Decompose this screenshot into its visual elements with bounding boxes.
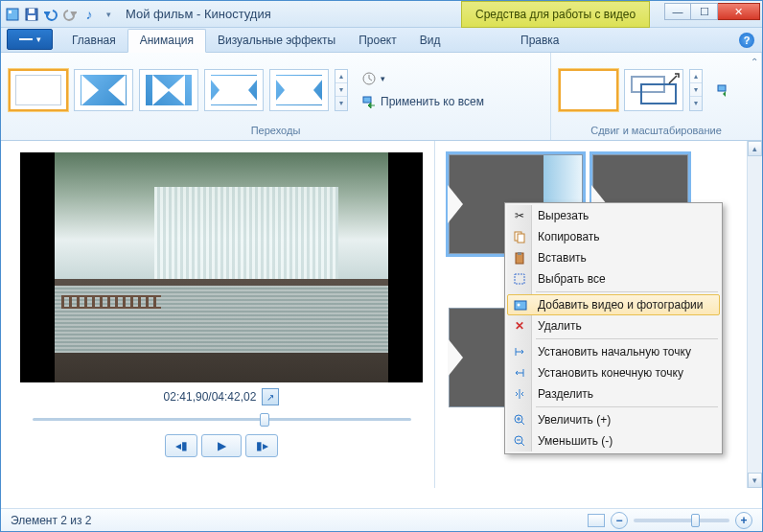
apply-to-all-button[interactable]: Применить ко всем (358, 92, 488, 111)
delete-icon: ✕ (512, 318, 527, 334)
ctx-delete[interactable]: ✕ Удалить (507, 315, 720, 336)
prev-frame-button[interactable]: ◂▮ (165, 434, 197, 457)
tab-view[interactable]: Вид (408, 30, 452, 52)
transitions-group: ▴▾▾ ▾ Применить ко всем Переходы (1, 53, 551, 140)
file-menu-button[interactable]: ▾ (7, 29, 53, 50)
transitions-group-label: Переходы (9, 123, 543, 138)
panzoom-gallery-scroll[interactable]: ▴▾▾ (689, 69, 703, 111)
app-icon (5, 7, 20, 22)
save-icon[interactable] (24, 7, 39, 22)
ctx-cut[interactable]: ✂ Вырезать (507, 205, 720, 226)
tab-effects[interactable]: Визуальные эффекты (206, 30, 347, 52)
ctx-zoom-out[interactable]: Уменьшить (-) (507, 430, 720, 451)
select-all-icon (512, 271, 527, 287)
set-start-icon (512, 344, 527, 359)
apply-to-all-label: Применить ко всем (381, 95, 484, 108)
context-menu: ✂ Вырезать Копировать Вставить Выбрать в… (504, 202, 723, 454)
tab-edit[interactable]: Правка (509, 30, 571, 52)
tab-animation[interactable]: Анимация (127, 29, 206, 53)
svg-rect-4 (28, 15, 35, 20)
transition-none[interactable] (9, 69, 68, 111)
transitions-gallery-scroll[interactable]: ▴▾▾ (335, 69, 348, 111)
clock-icon (361, 71, 377, 86)
transition-cross2[interactable] (269, 69, 329, 111)
ribbon: ⌃ ▴▾▾ ▾ Применить ко всем Переходы (1, 53, 762, 141)
title-bar: ♪ ▾ Мой фильм - Киностудия Средства для … (1, 1, 762, 28)
apply-all-icon (716, 82, 731, 98)
set-end-icon (512, 365, 527, 381)
zoom-in-button[interactable]: + (735, 512, 752, 529)
panzoom-group-label: Сдвиг и масштабирование (559, 123, 753, 138)
view-mode-button[interactable] (588, 514, 605, 527)
window-controls: — ☐ ✕ (664, 3, 760, 20)
transition-duration-dropdown[interactable]: ▾ (358, 69, 488, 88)
play-button[interactable]: ▶ (201, 434, 242, 457)
scissors-icon: ✂ (512, 208, 527, 223)
next-frame-button[interactable]: ▮▸ (245, 434, 278, 457)
qat-dropdown-icon[interactable]: ▾ (101, 7, 116, 22)
ctx-zoom-in[interactable]: Увеличить (+) (507, 409, 720, 430)
ctx-paste[interactable]: Вставить (507, 247, 720, 268)
svg-rect-11 (518, 252, 521, 255)
ctx-copy[interactable]: Копировать (507, 226, 720, 247)
svg-rect-13 (515, 301, 526, 310)
paste-icon (512, 250, 527, 266)
copy-icon (512, 229, 527, 244)
ctx-add-media[interactable]: Добавить видео и фотографии (507, 294, 720, 315)
split-icon (512, 386, 527, 402)
ctx-split[interactable]: Разделить (507, 383, 720, 405)
add-media-icon (513, 297, 528, 312)
playback-time: 02:41,90/04:42,02 (164, 390, 257, 404)
redo-icon[interactable] (62, 7, 78, 22)
status-element-count: Элемент 2 из 2 (11, 514, 92, 527)
zoom-in-icon (512, 412, 527, 428)
svg-rect-9 (518, 234, 524, 243)
preview-pane: 02:41,90/04:42,02 ↗ ◂▮ ▶ ▮▸ (1, 141, 434, 488)
minimize-button[interactable]: — (664, 3, 691, 20)
quick-access-toolbar: ♪ ▾ (5, 7, 116, 22)
close-button[interactable]: ✕ (718, 3, 760, 20)
transition-triangles[interactable] (74, 69, 133, 111)
zoom-out-icon (512, 433, 527, 449)
status-bar: Элемент 2 из 2 − + (1, 508, 762, 531)
music-icon[interactable]: ♪ (81, 7, 97, 22)
ctx-set-start[interactable]: Установить начальную точку (507, 341, 720, 362)
storyboard-scrollbar[interactable]: ▴▾ (747, 141, 762, 488)
panzoom-none[interactable] (559, 69, 618, 111)
video-preview[interactable] (20, 152, 423, 382)
svg-rect-1 (9, 11, 12, 13)
maximize-button[interactable]: ☐ (691, 3, 718, 20)
playback-controls: ◂▮ ▶ ▮▸ (165, 434, 278, 457)
fullscreen-button[interactable]: ↗ (262, 388, 279, 405)
panzoom-group: ▴▾▾ Сдвиг и масштабирование (551, 53, 762, 140)
svg-rect-6 (363, 97, 371, 103)
window-title: Мой фильм - Киностудия (126, 7, 271, 21)
ribbon-tabs: ▾ Главная Анимация Визуальные эффекты Пр… (1, 28, 762, 53)
svg-rect-12 (515, 274, 524, 284)
transition-bowtie[interactable] (139, 69, 198, 111)
svg-point-14 (518, 304, 520, 307)
seek-slider[interactable] (33, 411, 411, 427)
zoom-out-button[interactable]: − (611, 512, 628, 529)
svg-rect-7 (718, 85, 726, 91)
panzoom-apply-all[interactable] (712, 81, 735, 100)
panzoom-effect[interactable] (624, 69, 683, 111)
apply-all-icon (361, 94, 377, 109)
svg-rect-0 (7, 9, 18, 20)
ctx-set-end[interactable]: Установить конечную точку (507, 362, 720, 383)
tab-project[interactable]: Проект (347, 30, 408, 52)
ctx-select-all[interactable]: Выбрать все (507, 268, 720, 289)
tab-home[interactable]: Главная (60, 30, 127, 52)
undo-icon[interactable] (43, 7, 58, 22)
video-tools-contextual-tab[interactable]: Средства для работы с видео (461, 1, 650, 28)
transition-cross[interactable] (204, 69, 264, 111)
svg-rect-3 (29, 9, 35, 13)
help-icon[interactable]: ? (739, 33, 754, 48)
zoom-slider[interactable] (634, 519, 729, 522)
